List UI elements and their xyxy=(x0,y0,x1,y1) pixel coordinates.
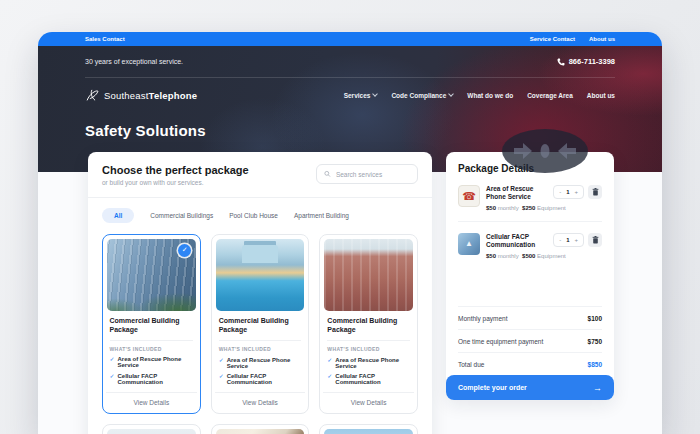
brand-name: SoutheastTelephone xyxy=(104,90,197,101)
card-image-commercial-office-building: ✓ xyxy=(107,239,197,311)
cart-item-name: Area of Rescue Phone Service xyxy=(486,185,547,202)
remove-item-button[interactable] xyxy=(588,185,602,199)
check-icon: ✓ xyxy=(327,372,332,379)
qty-value: 1 xyxy=(566,237,569,243)
package-card[interactable]: Commercial Building Package WHAT'S INCLU… xyxy=(319,234,418,414)
card-image-signed-document xyxy=(216,429,305,434)
nav-item-about-us[interactable]: About us xyxy=(587,92,615,99)
rescue-phone-thumbnail: ☎ xyxy=(458,185,480,207)
card-image-club-house xyxy=(324,429,413,434)
order-summary: Monthly payment$100 One time equipment p… xyxy=(458,306,602,389)
package-card[interactable] xyxy=(211,424,310,434)
feature-label: Area of Rescue Phone Service xyxy=(335,357,410,369)
qty-minus-button[interactable]: - xyxy=(559,237,561,243)
cart-item-price: $50 monthly $500 Equipment xyxy=(486,253,547,259)
top-contact-bar: Sales Contact Service Contact About us xyxy=(38,32,662,46)
page-title: Safety Solutions xyxy=(85,122,615,139)
feature-label: Area of Rescue Phone Service xyxy=(118,356,194,368)
package-grid: ✓ Commercial Building Package WHAT'S INC… xyxy=(102,234,418,434)
chevron-down-icon xyxy=(448,91,454,97)
cart-item: ▲ Cellular FACP Communication $50 monthl… xyxy=(458,233,602,259)
card-title: Commercial Building Package xyxy=(327,316,410,334)
search-icon xyxy=(324,170,331,178)
tab-commercial-buildings[interactable]: Commercial Buildings xyxy=(150,212,213,219)
packages-panel: Choose the perfect package or build your… xyxy=(88,152,432,434)
chevron-down-icon xyxy=(373,91,379,97)
card-title: Commercial Building Package xyxy=(110,316,194,334)
phone-number[interactable]: 866-711-3398 xyxy=(557,57,615,66)
check-icon: ✓ xyxy=(219,372,224,379)
feature-label: Area of Rescue Phone Service xyxy=(227,357,302,369)
arrow-right-icon: → xyxy=(593,383,602,393)
cart-divider xyxy=(458,221,602,222)
cart-item: ☎ Area of Rescue Phone Service $50 month… xyxy=(458,185,602,211)
search-input[interactable] xyxy=(336,171,410,178)
selected-check-badge: ✓ xyxy=(178,244,191,257)
whats-included-label: WHAT'S INCLUDED xyxy=(327,346,410,352)
nav-item-services[interactable]: Services xyxy=(344,92,378,99)
nav-item-code-compliance[interactable]: Code Compliance xyxy=(391,92,453,99)
view-details-button[interactable]: View Details xyxy=(215,392,306,409)
package-details-panel: Package Details ☎ Area of Rescue Phone S… xyxy=(446,152,614,400)
whats-included-label: WHAT'S INCLUDED xyxy=(219,346,302,352)
qty-plus-button[interactable]: + xyxy=(574,189,578,195)
nav-item-coverage-area[interactable]: Coverage Area xyxy=(527,92,573,99)
package-card[interactable] xyxy=(319,424,418,434)
packages-header: Choose the perfect package or build your… xyxy=(102,164,249,186)
cart-item-name: Cellular FACP Communication xyxy=(486,233,547,250)
brand-logo-icon xyxy=(85,88,100,103)
main-nav: Services Code Compliance What do we do C… xyxy=(344,92,615,99)
check-icon: ✓ xyxy=(327,356,332,363)
cart-item-price: $50 monthly $250 Equipment xyxy=(486,205,547,211)
package-card[interactable] xyxy=(102,424,201,434)
tagline: 30 years of exceptional service. xyxy=(85,58,183,65)
whats-included-label: WHAT'S INCLUDED xyxy=(110,346,194,352)
tab-apartment-building[interactable]: Apartment Building xyxy=(294,212,349,219)
trash-icon xyxy=(592,236,599,244)
browser-window: Sales Contact Service Contact About us 3… xyxy=(38,32,662,434)
panel-divider xyxy=(88,197,432,198)
phone-icon xyxy=(557,58,565,66)
about-us-link[interactable]: About us xyxy=(589,36,615,42)
check-icon: ✓ xyxy=(110,355,115,362)
feature-label: Cellular FACP Communication xyxy=(335,373,410,385)
search-box[interactable] xyxy=(316,164,418,184)
category-tabs: All Commercial Buildings Pool Club House… xyxy=(102,208,418,223)
qty-minus-button[interactable]: - xyxy=(559,189,561,195)
trash-icon xyxy=(592,188,599,196)
service-contact-link[interactable]: Service Contact xyxy=(530,36,575,42)
qty-value: 1 xyxy=(566,189,569,195)
summary-row-total: Total due$850 xyxy=(458,352,602,375)
packages-subtitle: or build your own with our services. xyxy=(102,179,249,186)
brand-logo[interactable]: SoutheastTelephone xyxy=(85,88,197,103)
view-details-button[interactable]: View Details xyxy=(323,392,414,409)
feature-label: Cellular FACP Communication xyxy=(118,373,194,385)
sales-contact-link[interactable]: Sales Contact xyxy=(85,36,125,42)
summary-row-monthly: Monthly payment$100 xyxy=(458,306,602,329)
summary-row-equipment: One time equipment payment$750 xyxy=(458,329,602,352)
card-image-brick-building xyxy=(107,429,196,434)
check-icon: ✓ xyxy=(110,372,115,379)
card-title: Commercial Building Package xyxy=(219,316,302,334)
top-bar-right: Service Contact About us xyxy=(530,36,615,42)
card-image-apartment-building xyxy=(324,239,413,311)
nav-item-what-do-we-do[interactable]: What do we do xyxy=(467,92,513,99)
facp-communicator-thumbnail: ▲ xyxy=(458,233,480,255)
quantity-stepper[interactable]: - 1 + xyxy=(553,233,584,247)
tab-pool-club-house[interactable]: Pool Club House xyxy=(229,212,278,219)
quantity-stepper[interactable]: - 1 + xyxy=(553,185,584,199)
remove-item-button[interactable] xyxy=(588,233,602,247)
complete-order-button[interactable]: Complete your order → xyxy=(446,375,614,400)
package-card-selected[interactable]: ✓ Commercial Building Package WHAT'S INC… xyxy=(102,234,201,414)
card-image-pool-club-house xyxy=(216,239,305,311)
view-details-button[interactable]: View Details xyxy=(106,392,198,409)
qty-plus-button[interactable]: + xyxy=(574,237,578,243)
check-icon: ✓ xyxy=(219,356,224,363)
feature-label: Cellular FACP Communication xyxy=(227,373,302,385)
packages-title: Choose the perfect package xyxy=(102,164,249,176)
package-card[interactable]: Commercial Building Package WHAT'S INCLU… xyxy=(211,234,310,414)
tab-all[interactable]: All xyxy=(102,208,134,223)
